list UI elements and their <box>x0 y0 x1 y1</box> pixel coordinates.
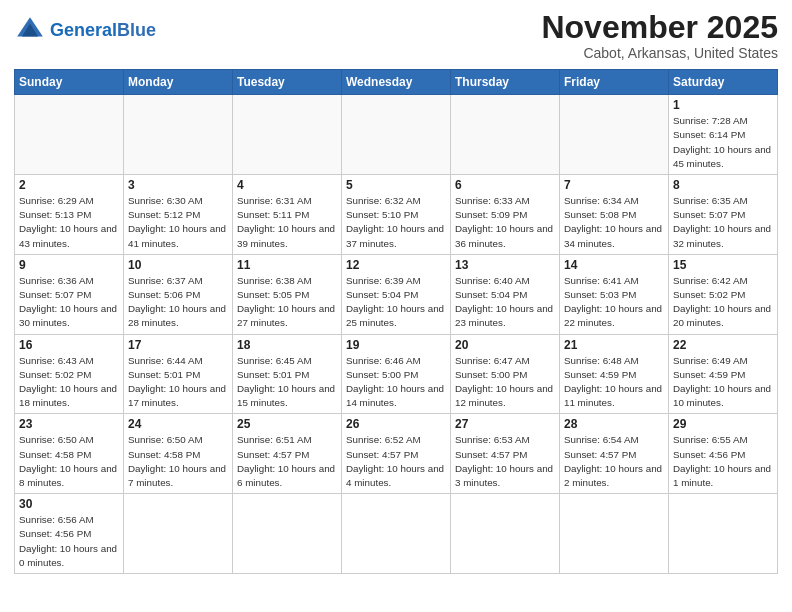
logo-general: General <box>50 20 117 40</box>
calendar-cell: 1Sunrise: 7:28 AM Sunset: 6:14 PM Daylig… <box>669 95 778 175</box>
day-info: Sunrise: 6:35 AM Sunset: 5:07 PM Dayligh… <box>673 194 773 251</box>
day-info: Sunrise: 6:31 AM Sunset: 5:11 PM Dayligh… <box>237 194 337 251</box>
day-info: Sunrise: 6:56 AM Sunset: 4:56 PM Dayligh… <box>19 513 119 570</box>
calendar-cell: 8Sunrise: 6:35 AM Sunset: 5:07 PM Daylig… <box>669 175 778 255</box>
calendar-cell: 9Sunrise: 6:36 AM Sunset: 5:07 PM Daylig… <box>15 254 124 334</box>
day-info: Sunrise: 6:40 AM Sunset: 5:04 PM Dayligh… <box>455 274 555 331</box>
day-info: Sunrise: 6:29 AM Sunset: 5:13 PM Dayligh… <box>19 194 119 251</box>
day-info: Sunrise: 6:39 AM Sunset: 5:04 PM Dayligh… <box>346 274 446 331</box>
calendar-cell <box>560 494 669 574</box>
day-number: 2 <box>19 178 119 192</box>
day-info: Sunrise: 6:52 AM Sunset: 4:57 PM Dayligh… <box>346 433 446 490</box>
day-info: Sunrise: 6:42 AM Sunset: 5:02 PM Dayligh… <box>673 274 773 331</box>
calendar-table: SundayMondayTuesdayWednesdayThursdayFrid… <box>14 69 778 574</box>
day-info: Sunrise: 6:33 AM Sunset: 5:09 PM Dayligh… <box>455 194 555 251</box>
day-number: 26 <box>346 417 446 431</box>
weekday-header-tuesday: Tuesday <box>233 70 342 95</box>
calendar-cell <box>233 494 342 574</box>
day-number: 25 <box>237 417 337 431</box>
day-number: 15 <box>673 258 773 272</box>
calendar-week-4: 16Sunrise: 6:43 AM Sunset: 5:02 PM Dayli… <box>15 334 778 414</box>
day-number: 11 <box>237 258 337 272</box>
day-number: 17 <box>128 338 228 352</box>
calendar-cell: 5Sunrise: 6:32 AM Sunset: 5:10 PM Daylig… <box>342 175 451 255</box>
calendar-cell: 26Sunrise: 6:52 AM Sunset: 4:57 PM Dayli… <box>342 414 451 494</box>
calendar-cell: 24Sunrise: 6:50 AM Sunset: 4:58 PM Dayli… <box>124 414 233 494</box>
day-info: Sunrise: 6:38 AM Sunset: 5:05 PM Dayligh… <box>237 274 337 331</box>
calendar-cell: 10Sunrise: 6:37 AM Sunset: 5:06 PM Dayli… <box>124 254 233 334</box>
title-block: November 2025 Cabot, Arkansas, United St… <box>541 10 778 61</box>
day-info: Sunrise: 7:28 AM Sunset: 6:14 PM Dayligh… <box>673 114 773 171</box>
weekday-header-thursday: Thursday <box>451 70 560 95</box>
day-number: 19 <box>346 338 446 352</box>
day-info: Sunrise: 6:34 AM Sunset: 5:08 PM Dayligh… <box>564 194 664 251</box>
calendar-cell: 30Sunrise: 6:56 AM Sunset: 4:56 PM Dayli… <box>15 494 124 574</box>
calendar-cell: 4Sunrise: 6:31 AM Sunset: 5:11 PM Daylig… <box>233 175 342 255</box>
day-number: 20 <box>455 338 555 352</box>
day-number: 13 <box>455 258 555 272</box>
day-number: 21 <box>564 338 664 352</box>
calendar-week-3: 9Sunrise: 6:36 AM Sunset: 5:07 PM Daylig… <box>15 254 778 334</box>
day-number: 24 <box>128 417 228 431</box>
weekday-header-saturday: Saturday <box>669 70 778 95</box>
calendar-subtitle: Cabot, Arkansas, United States <box>541 45 778 61</box>
weekday-header-sunday: Sunday <box>15 70 124 95</box>
day-info: Sunrise: 6:47 AM Sunset: 5:00 PM Dayligh… <box>455 354 555 411</box>
day-info: Sunrise: 6:54 AM Sunset: 4:57 PM Dayligh… <box>564 433 664 490</box>
day-number: 30 <box>19 497 119 511</box>
weekday-header-monday: Monday <box>124 70 233 95</box>
calendar-cell <box>233 95 342 175</box>
calendar-cell: 18Sunrise: 6:45 AM Sunset: 5:01 PM Dayli… <box>233 334 342 414</box>
calendar-cell: 22Sunrise: 6:49 AM Sunset: 4:59 PM Dayli… <box>669 334 778 414</box>
calendar-cell: 28Sunrise: 6:54 AM Sunset: 4:57 PM Dayli… <box>560 414 669 494</box>
day-info: Sunrise: 6:46 AM Sunset: 5:00 PM Dayligh… <box>346 354 446 411</box>
day-number: 5 <box>346 178 446 192</box>
calendar-week-6: 30Sunrise: 6:56 AM Sunset: 4:56 PM Dayli… <box>15 494 778 574</box>
page: GeneralBlue November 2025 Cabot, Arkansa… <box>0 0 792 612</box>
day-number: 27 <box>455 417 555 431</box>
calendar-cell: 23Sunrise: 6:50 AM Sunset: 4:58 PM Dayli… <box>15 414 124 494</box>
day-info: Sunrise: 6:48 AM Sunset: 4:59 PM Dayligh… <box>564 354 664 411</box>
calendar-title: November 2025 <box>541 10 778 45</box>
calendar-cell: 7Sunrise: 6:34 AM Sunset: 5:08 PM Daylig… <box>560 175 669 255</box>
day-number: 22 <box>673 338 773 352</box>
day-number: 9 <box>19 258 119 272</box>
day-info: Sunrise: 6:37 AM Sunset: 5:06 PM Dayligh… <box>128 274 228 331</box>
calendar-week-1: 1Sunrise: 7:28 AM Sunset: 6:14 PM Daylig… <box>15 95 778 175</box>
calendar-cell <box>342 494 451 574</box>
day-number: 6 <box>455 178 555 192</box>
weekday-header-wednesday: Wednesday <box>342 70 451 95</box>
day-number: 3 <box>128 178 228 192</box>
day-number: 7 <box>564 178 664 192</box>
calendar-cell: 14Sunrise: 6:41 AM Sunset: 5:03 PM Dayli… <box>560 254 669 334</box>
day-number: 16 <box>19 338 119 352</box>
day-info: Sunrise: 6:36 AM Sunset: 5:07 PM Dayligh… <box>19 274 119 331</box>
day-number: 18 <box>237 338 337 352</box>
calendar-cell: 19Sunrise: 6:46 AM Sunset: 5:00 PM Dayli… <box>342 334 451 414</box>
calendar-cell: 25Sunrise: 6:51 AM Sunset: 4:57 PM Dayli… <box>233 414 342 494</box>
day-info: Sunrise: 6:32 AM Sunset: 5:10 PM Dayligh… <box>346 194 446 251</box>
day-number: 12 <box>346 258 446 272</box>
day-number: 23 <box>19 417 119 431</box>
calendar-cell <box>451 494 560 574</box>
day-number: 8 <box>673 178 773 192</box>
day-info: Sunrise: 6:45 AM Sunset: 5:01 PM Dayligh… <box>237 354 337 411</box>
day-info: Sunrise: 6:51 AM Sunset: 4:57 PM Dayligh… <box>237 433 337 490</box>
day-info: Sunrise: 6:30 AM Sunset: 5:12 PM Dayligh… <box>128 194 228 251</box>
day-info: Sunrise: 6:53 AM Sunset: 4:57 PM Dayligh… <box>455 433 555 490</box>
day-number: 4 <box>237 178 337 192</box>
calendar-cell: 29Sunrise: 6:55 AM Sunset: 4:56 PM Dayli… <box>669 414 778 494</box>
calendar-cell: 21Sunrise: 6:48 AM Sunset: 4:59 PM Dayli… <box>560 334 669 414</box>
calendar-cell: 12Sunrise: 6:39 AM Sunset: 5:04 PM Dayli… <box>342 254 451 334</box>
day-info: Sunrise: 6:43 AM Sunset: 5:02 PM Dayligh… <box>19 354 119 411</box>
calendar-cell: 13Sunrise: 6:40 AM Sunset: 5:04 PM Dayli… <box>451 254 560 334</box>
logo-blue: Blue <box>117 20 156 40</box>
day-number: 1 <box>673 98 773 112</box>
calendar-cell: 16Sunrise: 6:43 AM Sunset: 5:02 PM Dayli… <box>15 334 124 414</box>
calendar-cell: 15Sunrise: 6:42 AM Sunset: 5:02 PM Dayli… <box>669 254 778 334</box>
day-number: 28 <box>564 417 664 431</box>
header: GeneralBlue November 2025 Cabot, Arkansa… <box>14 10 778 61</box>
day-info: Sunrise: 6:41 AM Sunset: 5:03 PM Dayligh… <box>564 274 664 331</box>
calendar-cell: 6Sunrise: 6:33 AM Sunset: 5:09 PM Daylig… <box>451 175 560 255</box>
day-info: Sunrise: 6:55 AM Sunset: 4:56 PM Dayligh… <box>673 433 773 490</box>
